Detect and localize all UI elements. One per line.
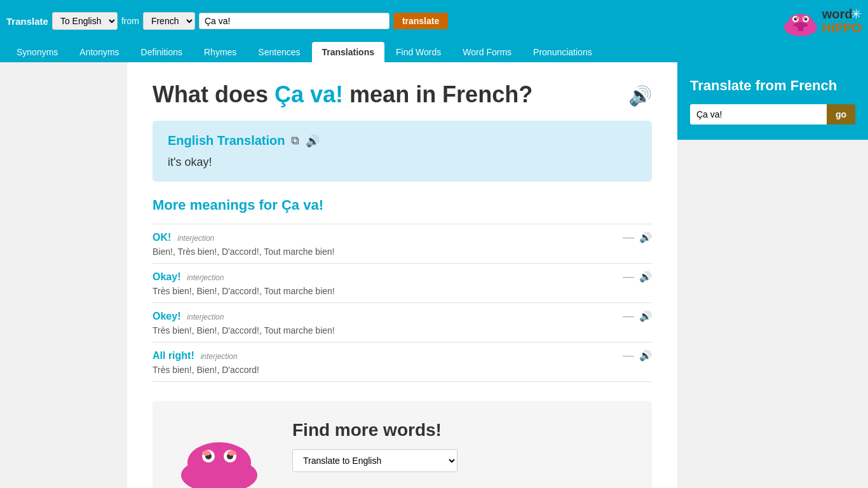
meaning-type: interjection xyxy=(177,234,214,243)
meaning-audio-button[interactable] xyxy=(639,271,652,283)
translation-result: it's okay! xyxy=(168,156,637,169)
meaning-audio-button[interactable] xyxy=(639,349,652,362)
hippo-decoration-icon xyxy=(172,428,267,488)
translation-audio-button[interactable] xyxy=(306,134,320,148)
page-title-text: What does Ça va! mean in French? xyxy=(153,81,616,108)
logo-area: word HiPPO xyxy=(782,5,862,37)
more-meanings-title: More meanings for Ça va! xyxy=(153,197,652,214)
title-word: Ça va! xyxy=(275,81,343,107)
meaning-word: Okey! xyxy=(153,311,180,322)
meaning-word: All right! xyxy=(153,350,194,361)
tab-pronunciations[interactable]: Pronunciations xyxy=(523,42,602,62)
meaning-audio-button[interactable] xyxy=(639,231,652,243)
find-more-title: Find more words! xyxy=(292,420,633,440)
translation-section-label: English Translation xyxy=(168,133,285,148)
find-more-section: Find more words! Translate to English xyxy=(153,401,652,488)
find-more-select[interactable]: Translate to English xyxy=(292,449,458,472)
tab-word-forms[interactable]: Word Forms xyxy=(452,42,522,62)
tab-definitions[interactable]: Definitions xyxy=(131,42,193,62)
dash-icon: — xyxy=(623,270,634,283)
meanings-list: OK! interjection — Bien!, Très bien!, D'… xyxy=(153,224,652,382)
logo-hippo: HiPPO xyxy=(822,21,862,35)
svg-point-10 xyxy=(802,17,806,19)
svg-point-12 xyxy=(187,442,251,483)
meaning-type: interjection xyxy=(201,352,238,361)
from-label: from xyxy=(121,16,139,26)
meaning-audio-button[interactable] xyxy=(639,310,652,322)
svg-point-20 xyxy=(227,451,236,456)
svg-point-19 xyxy=(202,451,211,456)
tab-antonyms[interactable]: Antonyms xyxy=(69,42,129,62)
dash-icon: — xyxy=(623,349,634,362)
dash-icon: — xyxy=(623,231,634,244)
translate-button[interactable]: translate xyxy=(393,13,448,29)
sidebar-translate-box: Translate from French go xyxy=(677,62,868,140)
asterisk-icon: ✳ xyxy=(851,6,862,22)
main-content: What does Ça va! mean in French? English… xyxy=(127,62,677,488)
meaning-type: interjection xyxy=(187,313,224,322)
svg-point-18 xyxy=(227,461,245,477)
tab-find-words[interactable]: Find Words xyxy=(386,42,451,62)
meaning-synonyms: Très bien!, Bien!, D'accord!, Tout march… xyxy=(153,286,652,296)
meaning-row: Okay! interjection — Très bien!, Bien!, … xyxy=(153,263,652,302)
title-suffix: mean in French? xyxy=(343,81,532,107)
meaning-synonyms: Bien!, Très bien!, D'accord!, Tout march… xyxy=(153,247,652,257)
search-input[interactable] xyxy=(199,13,390,29)
meaning-word: OK! xyxy=(153,232,171,243)
translation-box: English Translation it's okay! xyxy=(153,121,652,182)
translate-label: Translate xyxy=(6,16,48,27)
svg-point-9 xyxy=(796,17,799,19)
meaning-word: Okay! xyxy=(153,271,180,282)
sidebar-translate-title: Translate from French xyxy=(690,78,855,94)
language-select[interactable]: French xyxy=(143,12,195,30)
meaning-row: Okey! interjection — Très bien!, Bien!, … xyxy=(153,302,652,342)
svg-point-17 xyxy=(193,461,211,477)
translation-header: English Translation xyxy=(168,133,637,148)
sidebar-go-button[interactable]: go xyxy=(827,104,855,125)
dash-icon: — xyxy=(623,309,634,323)
meaning-type: interjection xyxy=(187,273,224,282)
meaning-synonyms: Très bien!, Bien!, D'accord!, Tout march… xyxy=(153,325,652,336)
svg-point-7 xyxy=(790,26,798,32)
sidebar-input-row: go xyxy=(690,104,855,125)
svg-point-8 xyxy=(803,26,811,32)
meaning-row: All right! interjection — Très bien!, Bi… xyxy=(153,342,652,382)
title-audio-button[interactable] xyxy=(628,85,652,107)
nav-tabs: Synonyms Antonyms Definitions Rhymes Sen… xyxy=(0,42,868,62)
tab-rhymes[interactable]: Rhymes xyxy=(194,42,247,62)
right-sidebar: Translate from French go xyxy=(677,62,868,488)
logo-hippo-icon xyxy=(782,5,820,37)
tab-sentences[interactable]: Sentences xyxy=(248,42,310,62)
meaning-row: OK! interjection — Bien!, Très bien!, D'… xyxy=(153,224,652,263)
tab-synonyms[interactable]: Synonyms xyxy=(6,42,68,62)
left-gutter xyxy=(0,62,127,488)
meaning-synonyms: Très bien!, Bien!, D'accord! xyxy=(153,365,652,375)
sidebar-search-input[interactable] xyxy=(690,104,827,125)
page-title-area: What does Ça va! mean in French? xyxy=(153,81,652,108)
copy-button[interactable] xyxy=(291,134,299,147)
top-bar: Translate To English from French transla… xyxy=(0,0,868,42)
title-prefix: What does xyxy=(153,81,275,107)
direction-select[interactable]: To English xyxy=(52,12,118,30)
tab-translations[interactable]: Translations xyxy=(312,42,384,62)
